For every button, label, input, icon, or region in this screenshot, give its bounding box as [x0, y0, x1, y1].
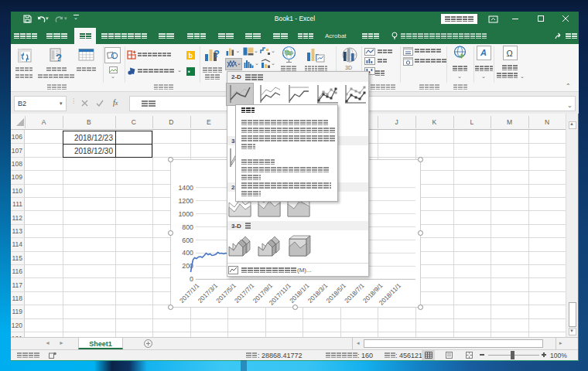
svg-text:1000: 1000 — [178, 210, 193, 218]
svg-text:1400: 1400 — [178, 184, 193, 192]
svg-text:800: 800 — [182, 223, 193, 231]
svg-text:1200: 1200 — [178, 197, 193, 205]
svg-text:600: 600 — [182, 237, 193, 244]
svg-text:0: 0 — [190, 275, 193, 283]
svg-text:?: ? — [56, 52, 62, 63]
svg-text:400: 400 — [182, 249, 193, 257]
svg-text:?: ? — [214, 48, 220, 60]
